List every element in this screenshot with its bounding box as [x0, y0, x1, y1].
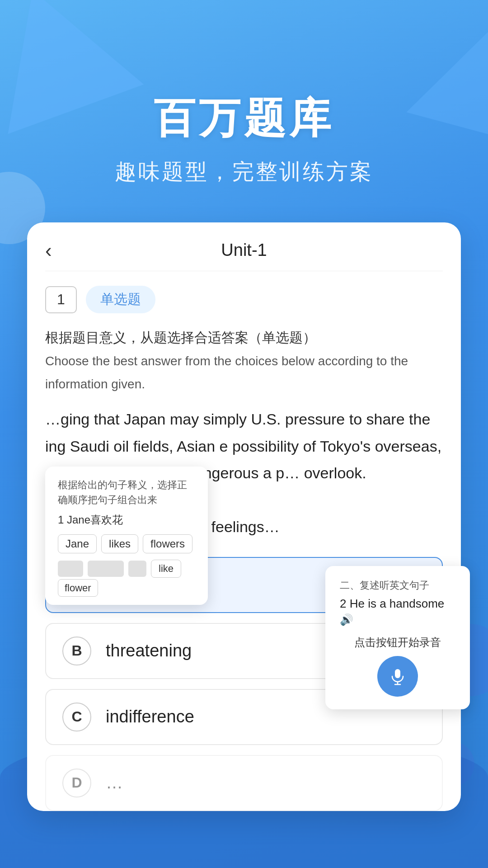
- word-order-sentence: 1 Jane喜欢花: [58, 513, 195, 527]
- tooltip-audio: 二、复述听英文句子 2 He is a handsome 🔊 点击按钮开始录音: [325, 566, 470, 709]
- word-chip-flower[interactable]: flower: [58, 579, 98, 597]
- option-circle-c: C: [62, 703, 91, 731]
- audio-section-label: 二、复述听英文句子: [340, 579, 455, 592]
- question-number: 1: [45, 286, 77, 313]
- option-circle-b: B: [62, 637, 91, 665]
- back-button[interactable]: ‹: [45, 241, 52, 260]
- blank-chip-2: [88, 561, 124, 577]
- answer-option-d[interactable]: D …: [45, 755, 443, 811]
- blank-chips-row: like: [58, 560, 195, 578]
- question-meta: 1 单选题: [45, 286, 443, 313]
- word-order-instruction: 根据给出的句子释义，选择正确顺序把句子组合出来: [58, 477, 195, 507]
- blank-chip-1: [58, 561, 83, 577]
- audio-mic-button[interactable]: [377, 656, 418, 697]
- page-subtitle: 趣味题型，完整训练方案: [0, 157, 488, 186]
- page-title: 百万题库: [0, 90, 488, 146]
- card-header: ‹ Unit-1: [45, 241, 443, 271]
- option-circle-d: D: [62, 769, 91, 797]
- mic-icon: [389, 667, 407, 685]
- option-text-b: threatening: [106, 641, 192, 660]
- tooltip-word-order: 根据给出的句子释义，选择正确顺序把句子组合出来 1 Jane喜欢花 Jane l…: [45, 467, 208, 605]
- header-section: 百万题库 趣味题型，完整训练方案: [0, 0, 488, 186]
- audio-record-label: 点击按钮开始录音: [340, 635, 455, 650]
- word-chip-like[interactable]: like: [151, 560, 181, 578]
- question-type-badge: 单选题: [86, 286, 155, 313]
- main-card: 根据给出的句子释义，选择正确顺序把句子组合出来 1 Jane喜欢花 Jane l…: [27, 222, 461, 811]
- option-text-c: indifference: [106, 707, 194, 726]
- card-title: Unit-1: [221, 241, 267, 260]
- question-instruction-detail: Choose the best answer from the choices …: [45, 354, 408, 391]
- word-chip-likes[interactable]: likes: [101, 534, 138, 553]
- audio-play-icon[interactable]: 🔊: [340, 613, 455, 626]
- word-chips-row: Jane likes flowers: [58, 534, 195, 553]
- question-instruction: 根据题目意义，从题选择合适答案（单选题） Choose the best ans…: [45, 326, 443, 395]
- svg-rect-0: [395, 669, 400, 678]
- audio-sentence: 2 He is a handsome: [340, 597, 455, 611]
- option-text-d: …: [106, 773, 123, 793]
- word-chip-flowers[interactable]: flowers: [143, 534, 192, 553]
- word-chip-jane[interactable]: Jane: [58, 534, 97, 553]
- blank-chip-3: [128, 561, 146, 577]
